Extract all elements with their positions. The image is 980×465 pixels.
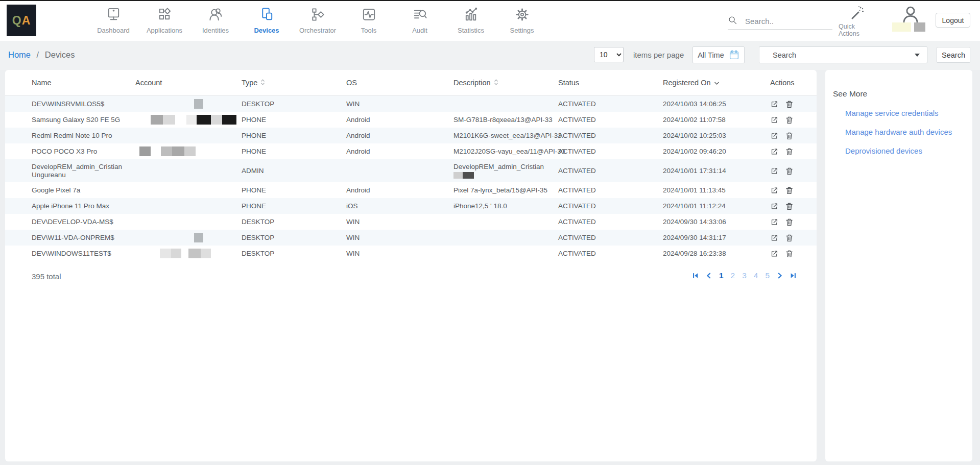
redacted-blocks <box>135 146 236 157</box>
cell-os: Android <box>341 148 448 156</box>
cell-actions <box>765 217 811 227</box>
description-text: M2101K6G-sweet_eea/13@API-33 <box>453 132 553 140</box>
see-more-title: See More <box>833 89 867 99</box>
nav-item-tools[interactable]: Tools <box>343 4 394 34</box>
delete-button[interactable] <box>785 115 794 125</box>
global-search-input[interactable] <box>745 17 827 26</box>
delete-button[interactable] <box>785 147 794 156</box>
page-number-5[interactable]: 5 <box>763 271 771 280</box>
delete-button[interactable] <box>785 186 794 195</box>
page-number-1[interactable]: 1 <box>718 271 725 280</box>
description-text: SM-G781B-r8qxeea/13@API-33 <box>453 116 553 124</box>
items-per-page-select[interactable]: 10 <box>594 47 624 62</box>
open-in-new-button[interactable] <box>770 131 779 140</box>
open-in-new-button[interactable] <box>770 100 779 109</box>
cell-type: DESKTOP <box>236 234 341 242</box>
open-in-new-button[interactable] <box>770 217 779 227</box>
nav-item-statistics[interactable]: Statistics <box>445 4 496 34</box>
page-number-2[interactable]: 2 <box>729 271 737 280</box>
last-page-button[interactable] <box>788 271 798 280</box>
column-header-description[interactable]: Description <box>448 79 553 87</box>
delete-button[interactable] <box>785 166 794 176</box>
open-in-new-button[interactable] <box>770 115 779 125</box>
breadcrumb-home-link[interactable]: Home <box>8 50 31 59</box>
status-badge: ACTIVATED <box>553 148 658 156</box>
nav-item-dashboard[interactable]: Dashboard <box>88 4 139 34</box>
cell-description: SM-G781B-r8qxeea/13@API-33 <box>448 116 553 124</box>
devices-icon <box>259 4 275 25</box>
redacted-block <box>172 146 184 156</box>
status-badge: ACTIVATED <box>553 186 658 194</box>
open-in-new-button[interactable] <box>770 186 779 195</box>
nav-item-audit[interactable]: Audit <box>394 4 445 34</box>
delete-button[interactable] <box>785 249 794 258</box>
previous-page-button[interactable] <box>704 271 713 280</box>
open-in-new-button[interactable] <box>770 166 779 176</box>
cell-actions <box>765 166 811 176</box>
breadcrumb-separator: / <box>37 50 39 59</box>
column-header-label: Registered On <box>663 79 711 87</box>
first-page-button[interactable] <box>691 271 700 280</box>
delete-button[interactable] <box>785 217 794 227</box>
nav-item-devices[interactable]: Devices <box>241 4 292 34</box>
delete-button[interactable] <box>785 100 794 109</box>
delete-icon <box>785 134 794 142</box>
see-more-link-manage-service-credentials[interactable]: Manage service credentials <box>845 104 952 123</box>
open-in-new-button[interactable] <box>770 147 779 156</box>
nav-item-applications[interactable]: Applications <box>139 4 190 34</box>
page-number-3[interactable]: 3 <box>740 271 748 280</box>
column-header-actions: Actions <box>765 79 811 87</box>
identities-icon <box>208 4 224 25</box>
topbar: QA DashboardApplicationsIdentitiesDevice… <box>0 0 980 41</box>
open-in-new-button[interactable] <box>770 202 779 211</box>
column-header-label: Name <box>32 79 52 87</box>
page-number-4[interactable]: 4 <box>752 271 760 280</box>
open-in-new-button[interactable] <box>770 233 779 242</box>
magic-wand-icon <box>849 4 865 21</box>
column-header-registered-on[interactable]: Registered On <box>658 79 765 87</box>
cell-name: DEV\W11-VDA-ONPREM$ <box>27 234 126 242</box>
logout-button[interactable]: Logout <box>936 13 970 28</box>
cell-type: PHONE <box>236 132 341 140</box>
next-page-button[interactable] <box>775 271 784 280</box>
previous-page-icon <box>705 273 712 281</box>
delete-button[interactable] <box>785 202 794 211</box>
nav-item-settings[interactable]: Settings <box>496 4 547 34</box>
cell-name: DEV\WINDOWS11TEST$ <box>27 250 126 258</box>
nav-item-identities[interactable]: Identities <box>190 4 241 34</box>
tools-icon <box>361 4 377 25</box>
redacted-block <box>139 146 151 156</box>
delete-button[interactable] <box>785 233 794 242</box>
cell-registered-on: 2024/10/01 17:31:14 <box>658 167 765 175</box>
cell-type: PHONE <box>236 186 341 194</box>
open-in-new-button[interactable] <box>770 249 779 258</box>
cell-actions <box>765 147 811 156</box>
open-in-new-icon <box>770 189 779 197</box>
items-per-page-label: items per page <box>633 51 684 59</box>
statistics-icon <box>463 4 479 25</box>
see-more-link-manage-hardware-auth-devices[interactable]: Manage hardware auth devices <box>845 123 952 141</box>
nav-item-orchestrator[interactable]: Orchestrator <box>292 4 343 34</box>
redacted-block <box>201 249 211 258</box>
redacted-block <box>151 115 163 125</box>
app-logo[interactable]: QA <box>7 5 36 36</box>
cell-actions <box>765 233 811 242</box>
redacted-block <box>161 146 172 156</box>
user-avatar[interactable] <box>899 5 922 25</box>
redacted-blocks <box>135 99 236 109</box>
nav-item-label: Settings <box>510 27 534 34</box>
open-in-new-icon <box>770 236 779 244</box>
next-page-icon <box>776 273 783 281</box>
column-header-type[interactable]: Type <box>236 79 341 87</box>
time-filter-button[interactable]: All Time <box>692 46 745 63</box>
redacted-blocks <box>135 233 236 243</box>
search-field-dropdown[interactable]: Search <box>759 46 927 63</box>
quick-actions-button[interactable]: Quick Actions <box>839 4 875 37</box>
delete-button[interactable] <box>785 131 794 140</box>
search-button[interactable]: Search <box>937 47 970 63</box>
cell-registered-on: 2024/10/02 10:25:03 <box>658 132 765 140</box>
sort-icon <box>260 79 265 87</box>
see-more-link-deprovisioned-devices[interactable]: Deprovisioned devices <box>845 141 952 160</box>
description-text: iPhone12,5 ' 18.0 <box>453 202 553 210</box>
cell-registered-on: 2024/09/28 16:23:38 <box>658 250 765 258</box>
